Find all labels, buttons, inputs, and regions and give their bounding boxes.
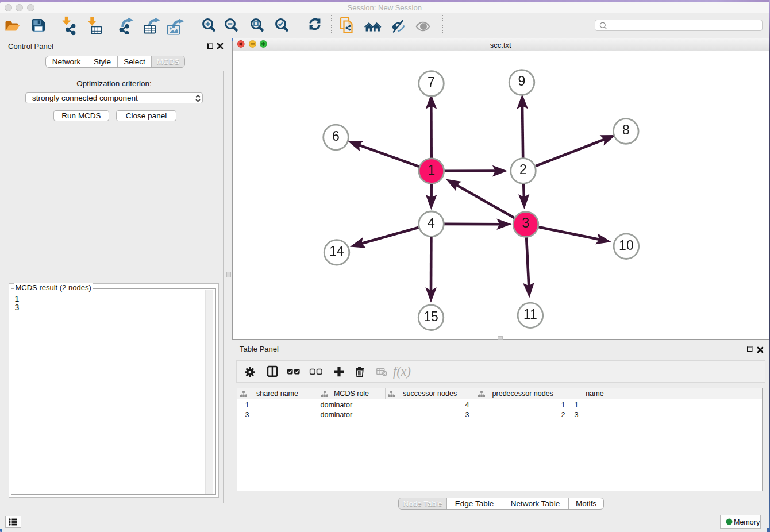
svg-text:f(x): f(x) [393,365,411,379]
svg-text:15: 15 [424,309,438,324]
svg-text:10: 10 [619,238,634,253]
svg-text:3: 3 [522,215,530,230]
svg-text:4: 4 [428,215,435,230]
svg-text:7: 7 [428,75,435,90]
svg-text:6: 6 [332,129,340,144]
svg-text:11: 11 [523,307,537,322]
svg-text:14: 14 [329,244,344,259]
svg-text:2: 2 [519,162,527,177]
svg-text:8: 8 [622,122,630,137]
svg-text:9: 9 [518,74,526,88]
svg-text:1: 1 [428,163,435,178]
